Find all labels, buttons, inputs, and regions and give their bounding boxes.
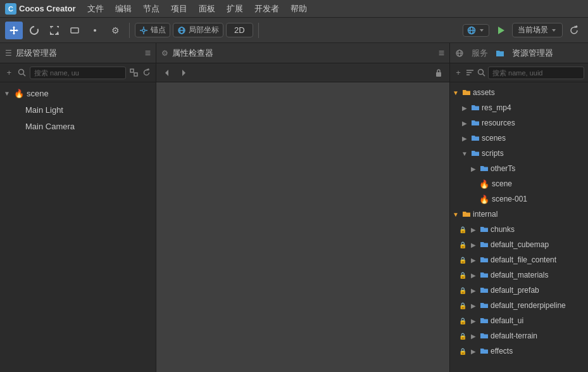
nav-back-button[interactable] bbox=[160, 66, 174, 80]
arrow-otherts[interactable]: ▶ bbox=[469, 164, 478, 173]
tree-item-scene[interactable]: ▼ 🔥 scene bbox=[0, 85, 156, 101]
arrow-scripts[interactable]: ▼ bbox=[460, 149, 469, 158]
add-node-button[interactable]: + bbox=[4, 66, 15, 80]
localcoord-label: 局部坐标 bbox=[189, 25, 219, 35]
asset-label-resources: resources bbox=[482, 119, 515, 127]
asset-item-resources[interactable]: ▶ resources bbox=[450, 115, 588, 131]
folder-tab-icon bbox=[496, 49, 504, 58]
arrow-scenes[interactable]: ▶ bbox=[460, 134, 469, 143]
asset-item-res-mp4[interactable]: ▶ res_mp4 bbox=[450, 100, 588, 115]
folder-icon-res-mp4 bbox=[470, 103, 480, 113]
arrow-effects[interactable]: ▶ bbox=[469, 347, 478, 356]
scene-icon: 🔥 bbox=[14, 89, 24, 98]
arrow-renderpipeline[interactable]: ▶ bbox=[469, 301, 478, 310]
asset-item-scene-file[interactable]: 🔥 scene bbox=[450, 176, 588, 191]
transform-tool-button[interactable] bbox=[86, 22, 104, 39]
arrow-res-mp4[interactable]: ▶ bbox=[460, 103, 469, 112]
arrow-materials[interactable]: ▶ bbox=[469, 271, 478, 279]
arrow-cubemap[interactable]: ▶ bbox=[469, 240, 478, 249]
menu-node[interactable]: 节点 bbox=[138, 1, 165, 16]
current-scene-label[interactable]: 当前场景 bbox=[512, 23, 563, 37]
tree-item-mainlight[interactable]: Main Light bbox=[0, 101, 156, 118]
add-asset-button[interactable]: + bbox=[454, 66, 463, 80]
svg-point-1 bbox=[94, 29, 96, 32]
hierarchy-panel: ☰ 层级管理器 ≡ + bbox=[0, 43, 156, 372]
asset-item-default-materials[interactable]: 🔒 ▶ default_materials bbox=[450, 267, 588, 283]
hierarchy-tree: ▼ 🔥 scene Main Light Main Camera bbox=[0, 82, 156, 372]
folder-icon-materials bbox=[479, 270, 489, 280]
menu-file[interactable]: 文件 bbox=[82, 1, 109, 16]
assets-toolbar: + bbox=[450, 63, 588, 82]
asset-item-otherts[interactable]: ▶ otherTs bbox=[450, 161, 588, 176]
asset-item-effects[interactable]: 🔒 ▶ effects bbox=[450, 343, 588, 359]
asset-label-terrain: default-terrain bbox=[491, 331, 537, 340]
asset-label-renderpipeline: default_renderpipeline bbox=[491, 301, 566, 310]
arrow-internal[interactable]: ▼ bbox=[451, 210, 460, 219]
scene-nav bbox=[156, 63, 449, 82]
asset-item-scenes[interactable]: ▶ scenes bbox=[450, 131, 588, 146]
hierarchy-menu-btn[interactable]: ≡ bbox=[145, 48, 151, 58]
tree-item-maincamera[interactable]: Main Camera bbox=[0, 118, 156, 134]
play-button[interactable] bbox=[492, 22, 510, 39]
menu-extend[interactable]: 扩展 bbox=[222, 1, 248, 16]
asset-item-assets[interactable]: ▼ assets bbox=[450, 85, 588, 100]
transform-icon bbox=[90, 25, 100, 35]
expand-arrow-mainlight bbox=[14, 105, 23, 114]
assets-search-input[interactable] bbox=[488, 67, 584, 79]
sort-icon bbox=[466, 68, 474, 77]
nav-forward-button[interactable] bbox=[177, 66, 191, 80]
asset-item-scripts[interactable]: ▼ scripts bbox=[450, 146, 588, 161]
anchor-icon bbox=[139, 26, 148, 35]
asset-item-chunks[interactable]: 🔒 ▶ chunks bbox=[450, 222, 588, 237]
menu-help[interactable]: 帮助 bbox=[285, 1, 312, 16]
sort-asset-button[interactable] bbox=[465, 66, 474, 80]
globe-button[interactable] bbox=[463, 24, 489, 37]
asset-item-default-cubemap[interactable]: 🔒 ▶ default_cubemap bbox=[450, 237, 588, 252]
rect-tool-button[interactable] bbox=[66, 22, 84, 39]
refresh-button[interactable] bbox=[565, 22, 583, 39]
arrow-ui[interactable]: ▶ bbox=[469, 316, 478, 325]
expand-all-button[interactable] bbox=[128, 66, 139, 80]
refresh-icon bbox=[569, 25, 579, 35]
menu-panel[interactable]: 面板 bbox=[194, 1, 220, 16]
lock-button[interactable] bbox=[432, 66, 446, 80]
expand-arrow-maincamera bbox=[14, 122, 23, 131]
expand-arrow-scene[interactable]: ▼ bbox=[3, 89, 11, 98]
localcoord-button[interactable]: 局部坐标 bbox=[173, 23, 223, 37]
arrow-filecontent[interactable]: ▶ bbox=[469, 255, 478, 264]
tree-item-label-scene: scene bbox=[27, 89, 49, 98]
lock-icon-effects: 🔒 bbox=[459, 348, 466, 355]
hierarchy-search-input[interactable] bbox=[30, 67, 126, 79]
arrow-resources[interactable]: ▶ bbox=[460, 119, 469, 127]
asset-item-default-file-content[interactable]: 🔒 ▶ default_file_content bbox=[450, 252, 588, 267]
tab-services[interactable]: 服务 bbox=[466, 46, 493, 61]
arrow-chunks[interactable]: ▶ bbox=[469, 225, 478, 234]
asset-item-internal[interactable]: ▼ internal bbox=[450, 207, 588, 222]
move-tool-button[interactable] bbox=[5, 22, 23, 39]
menu-developer[interactable]: 开发者 bbox=[249, 1, 284, 16]
arrow-prefab[interactable]: ▶ bbox=[469, 286, 478, 295]
settings-tool-button[interactable]: ⚙ bbox=[106, 22, 124, 39]
search-asset-button[interactable] bbox=[477, 66, 485, 80]
inspector-menu-btn[interactable]: ≡ bbox=[439, 48, 444, 58]
menu-project[interactable]: 项目 bbox=[166, 1, 192, 16]
asset-item-scene-001[interactable]: 🔥 scene-001 bbox=[450, 191, 588, 207]
center-area: ⚙ 属性检查器 ≡ bbox=[156, 43, 449, 372]
asset-item-default-ui[interactable]: 🔒 ▶ default_ui bbox=[450, 313, 588, 328]
asset-item-default-prefab[interactable]: 🔒 ▶ default_prefab bbox=[450, 283, 588, 298]
asset-item-default-renderpipeline[interactable]: 🔒 ▶ default_renderpipeline bbox=[450, 298, 588, 313]
anchor-button[interactable]: 锚点 bbox=[135, 23, 170, 37]
asset-label-res-mp4: res_mp4 bbox=[482, 103, 511, 112]
rotate-tool-button[interactable] bbox=[25, 22, 43, 39]
2d-button[interactable]: 2D bbox=[226, 23, 253, 37]
arrow-assets[interactable]: ▼ bbox=[451, 88, 460, 97]
tab-assets[interactable]: 资源管理器 bbox=[507, 46, 558, 61]
refresh-hierarchy-button[interactable] bbox=[142, 66, 153, 80]
search-toggle-button[interactable] bbox=[17, 66, 28, 80]
asset-item-default-terrain[interactable]: 🔒 ▶ default-terrain bbox=[450, 328, 588, 343]
scene-fire-icon-001: 🔥 bbox=[479, 195, 489, 204]
arrow-terrain[interactable]: ▶ bbox=[469, 331, 478, 340]
menu-edit[interactable]: 编辑 bbox=[110, 1, 137, 16]
expand-icon bbox=[130, 68, 138, 77]
scale-tool-button[interactable] bbox=[46, 22, 63, 39]
